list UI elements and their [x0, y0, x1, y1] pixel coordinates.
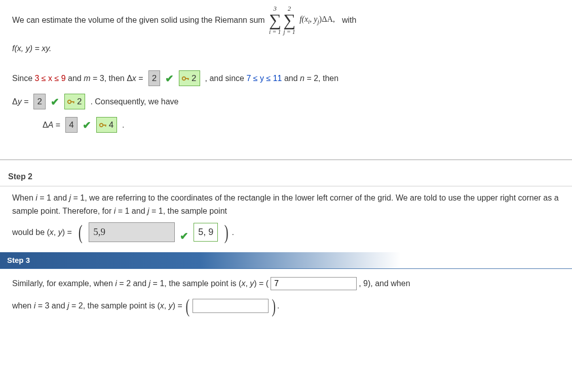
sample-point-i2j1-input[interactable] — [271, 277, 357, 290]
right-paren: ) — [224, 224, 228, 241]
svg-point-0 — [182, 76, 185, 80]
dA-answer-box: 4 — [65, 117, 77, 133]
sample-point-key: 5, 9 — [194, 223, 218, 242]
svg-point-6 — [99, 123, 102, 126]
step3-body: Similarly, for example, when i = 2 and j… — [0, 269, 572, 324]
step2-body: When i = 1 and j = 1, we are referring t… — [0, 186, 572, 252]
sample-point-i3j2-input[interactable] — [193, 299, 269, 313]
key-icon — [67, 98, 75, 105]
check-icon: ✔ — [83, 117, 91, 133]
dy-key-box: 2 — [64, 94, 85, 109]
riemann-sum-formula: 3 ∑ i = 1 2 ∑ j = 1 f(xi, yj)ΔA, — [268, 5, 335, 35]
dx-answer-box: 2 — [148, 70, 160, 86]
step1-body: We can estimate the volume of the given … — [0, 0, 572, 150]
key-icon — [181, 75, 189, 82]
svg-rect-5 — [73, 101, 74, 103]
left-paren: ( — [185, 298, 189, 313]
step2-p1: When i = 1 and j = 1, we are referring t… — [12, 191, 560, 217]
fxy-def: f(x, y) = xy. — [12, 44, 51, 53]
step3-header: Step 3 — [0, 252, 572, 268]
right-paren: ) — [272, 298, 276, 313]
check-icon: ✔ — [165, 70, 174, 87]
sigma-icon: ∑ — [269, 12, 281, 29]
check-icon: ✔ — [51, 94, 59, 110]
sigma-icon: ∑ — [283, 12, 295, 29]
dA-key-box: 4 — [96, 117, 117, 133]
left-paren: ( — [79, 224, 83, 241]
dy-answer-box: 2 — [33, 94, 45, 109]
step1-intro-a: We can estimate the volume of the given … — [12, 14, 265, 27]
key-icon — [99, 122, 107, 129]
dx-key-box: 2 — [179, 70, 200, 86]
check-icon: ✔ — [180, 228, 188, 244]
svg-rect-8 — [105, 125, 106, 127]
svg-rect-2 — [188, 78, 189, 80]
svg-point-3 — [68, 100, 71, 103]
sample-point-answer: 5,9 — [89, 222, 175, 242]
step1-intro-b: with — [342, 14, 356, 27]
step2-header: Step 2 — [5, 170, 567, 183]
